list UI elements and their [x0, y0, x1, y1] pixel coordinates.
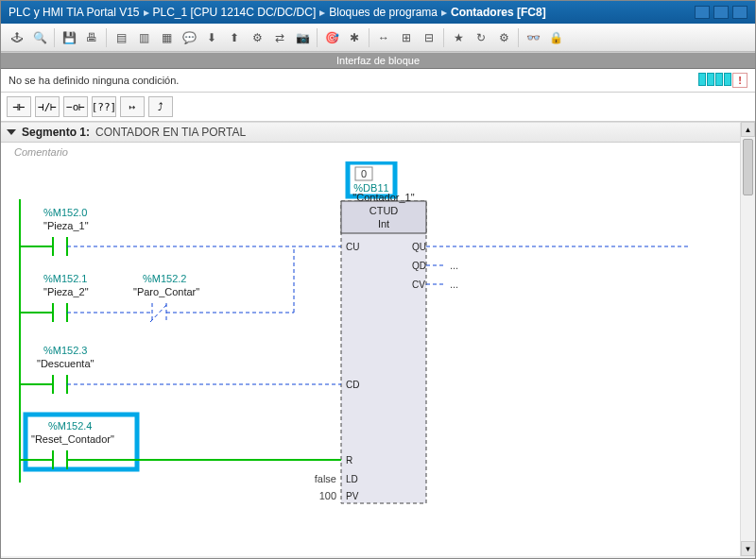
tool-network-view-icon[interactable]: ▤: [111, 27, 131, 48]
status-led-group: !: [698, 73, 747, 88]
segment-comment[interactable]: Comentario: [1, 143, 755, 161]
window-buttons: [695, 6, 747, 19]
r2a-addr[interactable]: %M152.1: [43, 273, 87, 284]
condition-text: No se ha definido ninguna condición.: [9, 75, 179, 86]
tool-print-icon[interactable]: 🖶: [81, 27, 102, 48]
led-icon: [698, 73, 706, 86]
pin-pv: PV: [346, 491, 359, 501]
pin-cd: CD: [346, 380, 359, 390]
tool-monitor-icon[interactable]: 🔍: [29, 27, 50, 48]
crumb-project[interactable]: PLC y HMI TIA Portal V15: [9, 6, 140, 19]
qd-placeholder[interactable]: ...: [450, 260, 458, 271]
led-icon: [715, 73, 723, 86]
crumb-sep: ▸: [319, 6, 325, 19]
tool-go-online-icon[interactable]: 🕹: [7, 27, 27, 48]
tool-expand-icon[interactable]: ⊞: [396, 27, 417, 48]
tool-crossref-icon[interactable]: ✱: [344, 27, 365, 48]
tool-zoomfit-icon[interactable]: ↔: [373, 27, 394, 48]
pin-ld: LD: [346, 474, 358, 484]
segment-number: Segmento 1:: [22, 126, 90, 139]
pv-value[interactable]: 100: [319, 490, 336, 501]
open-branch[interactable]: ↦: [120, 96, 145, 117]
tool-upload-icon[interactable]: ⬆: [224, 27, 245, 48]
segment-title[interactable]: CONTADOR EN TIA PORTAL: [95, 126, 246, 139]
r2b-addr[interactable]: %M152.2: [143, 273, 186, 284]
crumb-folder[interactable]: Bloques de programa: [329, 6, 438, 19]
condition-bar: No se ha definido ninguna condición. !: [1, 69, 755, 93]
tool-glasses-icon[interactable]: 👓: [523, 27, 543, 48]
insert-no-contact[interactable]: ⊣⊢: [7, 96, 31, 117]
tool-collapse-icon[interactable]: ⊟: [419, 27, 439, 48]
r1-name[interactable]: "Pieza_1": [43, 220, 89, 231]
close-branch[interactable]: ⤴: [148, 96, 173, 117]
restore-button[interactable]: [713, 6, 729, 19]
r4-addr[interactable]: %M152.4: [48, 420, 92, 432]
tool-compare-icon[interactable]: ⇄: [269, 27, 290, 48]
counter-instance[interactable]: "Contador_1": [352, 192, 414, 203]
tool-lock-icon[interactable]: 🔒: [545, 27, 566, 48]
ld-value[interactable]: false: [315, 473, 336, 484]
tool-compile-icon[interactable]: ⚙: [247, 27, 267, 48]
toolbar: 🕹 🔍 💾 🖶 ▤ ▥ ▦ 💬 ⬇ ⬆ ⚙ ⇄ 📷 🎯 ✱ ↔ ⊞ ⊟ ★ ↻ …: [1, 24, 755, 52]
program-editor: Segmento 1: CONTADOR EN TIA PORTAL Comen…: [1, 122, 755, 556]
pin-cu: CU: [346, 242, 359, 252]
crumb-plc[interactable]: PLC_1 [CPU 1214C DC/DC/DC]: [153, 6, 317, 19]
pin-r: R: [346, 455, 352, 466]
tool-list-view-icon[interactable]: ▥: [133, 27, 154, 48]
tool-download-icon[interactable]: ⬇: [201, 27, 222, 48]
led-icon: [724, 73, 731, 86]
r1-addr[interactable]: %M152.0: [43, 207, 87, 218]
block-interface-bar[interactable]: Interfaz de bloque: [1, 52, 755, 69]
title-bar: PLC y HMI TIA Portal V15 ▸ PLC_1 [CPU 12…: [1, 1, 755, 24]
tool-save-icon[interactable]: 💾: [59, 27, 79, 48]
insert-nc-contact[interactable]: ⊣/⊢: [35, 96, 60, 117]
pin-cv: CV: [412, 280, 425, 290]
breadcrumb: PLC y HMI TIA Portal V15 ▸ PLC_1 [CPU 12…: [9, 6, 546, 19]
scroll-down-icon[interactable]: ▼: [741, 541, 755, 556]
tool-snapshot-icon[interactable]: 📷: [292, 27, 313, 48]
minimize-button[interactable]: [695, 6, 710, 19]
segment-header[interactable]: Segmento 1: CONTADOR EN TIA PORTAL: [1, 122, 755, 143]
r3-addr[interactable]: %M152.3: [43, 345, 87, 356]
crumb-block[interactable]: Contadores [FC8]: [451, 6, 546, 19]
close-button[interactable]: [732, 6, 747, 19]
warning-badge-icon[interactable]: !: [732, 73, 747, 88]
pin-qd: QD: [412, 261, 426, 271]
r3-name[interactable]: "Descuenta": [37, 358, 94, 369]
scroll-thumb[interactable]: [743, 139, 753, 195]
crumb-sep: ▸: [144, 6, 149, 19]
r4-name[interactable]: "Reset_Contador": [31, 433, 114, 445]
scroll-up-icon[interactable]: ▲: [741, 122, 755, 137]
crumb-sep: ▸: [441, 6, 447, 19]
tool-goto-icon[interactable]: 🎯: [321, 27, 342, 48]
insert-empty-box[interactable]: [??]: [92, 96, 116, 117]
vertical-scrollbar[interactable]: ▲ ▼: [740, 122, 755, 556]
tool-comment-icon[interactable]: 💬: [179, 27, 199, 48]
segment-collapse-icon[interactable]: [7, 129, 16, 135]
svg-line-17: [150, 303, 168, 322]
cv-placeholder[interactable]: ...: [450, 279, 458, 290]
counter-type: CTUD: [369, 205, 399, 216]
tool-settings-icon[interactable]: ⚙: [493, 27, 514, 48]
r2a-name[interactable]: "Pieza_2": [43, 286, 89, 297]
block-interface-label: Interfaz de bloque: [336, 55, 420, 66]
tool-absolute-icon[interactable]: ▦: [156, 27, 177, 48]
r2b-name[interactable]: "Paro_Contar": [133, 286, 199, 297]
pin-qu: QU: [412, 242, 426, 252]
tool-refresh-icon[interactable]: ↻: [471, 27, 491, 48]
led-icon: [707, 73, 714, 86]
ladder-element-toolbar: ⊣⊢ ⊣/⊢ −o⊢ [??] ↦ ⤴: [1, 93, 755, 122]
insert-coil[interactable]: −o⊢: [63, 96, 88, 117]
counter-live-value: 0: [361, 168, 367, 179]
counter-subtype: Int: [378, 218, 389, 229]
ladder-network[interactable]: CTUD Int 0 %DB11 "Contador_1" CU CD R LD…: [10, 161, 746, 539]
tool-favorite-icon[interactable]: ★: [448, 27, 469, 48]
